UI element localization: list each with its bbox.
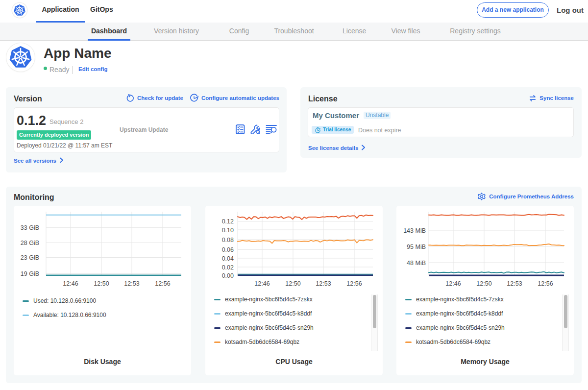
- svg-text:0.08: 0.08: [222, 237, 234, 244]
- svg-text:48 MiB: 48 MiB: [407, 260, 426, 267]
- svg-text:12:46: 12:46: [63, 280, 78, 287]
- svg-text:12:50: 12:50: [94, 280, 109, 287]
- svg-text:12:50: 12:50: [476, 280, 491, 287]
- svg-text:12:53: 12:53: [316, 280, 331, 287]
- svg-text:12:50: 12:50: [285, 280, 300, 287]
- svg-text:95 MiB: 95 MiB: [407, 244, 426, 250]
- svg-text:0.02: 0.02: [222, 264, 234, 271]
- svg-text:12:56: 12:56: [538, 280, 553, 287]
- svg-text:143 MiB: 143 MiB: [403, 227, 426, 234]
- svg-text:0.04: 0.04: [222, 255, 234, 262]
- svg-text:0.12: 0.12: [222, 218, 234, 225]
- svg-text:12:46: 12:46: [445, 280, 461, 287]
- svg-text:23 GiB: 23 GiB: [21, 254, 39, 261]
- svg-text:33 GiB: 33 GiB: [21, 224, 39, 231]
- svg-text:12:46: 12:46: [254, 280, 270, 287]
- svg-text:12:53: 12:53: [124, 280, 139, 287]
- svg-text:12:56: 12:56: [155, 280, 170, 287]
- svg-text:0.06: 0.06: [222, 246, 234, 253]
- svg-text:0.00: 0.00: [222, 272, 234, 279]
- svg-text:12:56: 12:56: [346, 280, 362, 287]
- svg-text:19 GiB: 19 GiB: [21, 270, 39, 277]
- svg-text:28 GiB: 28 GiB: [21, 240, 39, 246]
- svg-text:0.10: 0.10: [222, 227, 234, 234]
- svg-text:12:53: 12:53: [507, 280, 522, 287]
